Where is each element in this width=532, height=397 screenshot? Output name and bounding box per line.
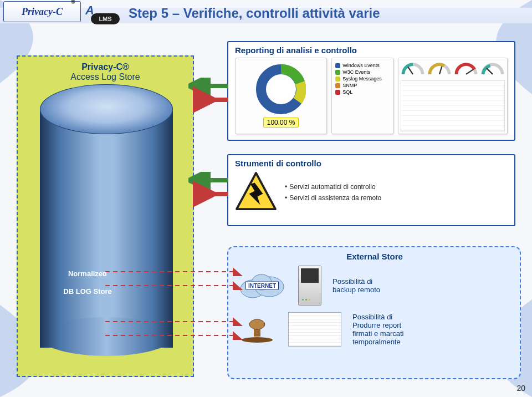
legend-item: SNMP — [342, 83, 357, 88]
gauge-table-panel — [398, 58, 508, 134]
warning-icon — [234, 170, 278, 215]
registered-mark: ® — [71, 0, 75, 5]
brand-logo: Privacy-C — [3, 1, 81, 22]
gauge-icon — [480, 60, 505, 77]
page-number: 20 — [516, 384, 525, 393]
partner-logo-lms: LMS — [91, 13, 120, 24]
svg-line-17 — [487, 68, 493, 74]
legend-item: Syslog Messages — [342, 76, 382, 82]
gauge-icon — [401, 60, 425, 77]
strumenti-title: Strumenti di controllo — [228, 155, 514, 170]
external-title: External Store — [228, 247, 520, 263]
gauge-icon — [427, 60, 452, 77]
svg-line-14 — [408, 67, 413, 74]
arrow-to-reporting — [188, 78, 233, 116]
connector-to-external — [105, 238, 249, 349]
report-document-icon — [288, 312, 341, 347]
legend-panel: Windows Events W3C Events Syslog Message… — [331, 58, 393, 134]
db-store-label: Privacy-C® Access Log Store — [18, 62, 193, 82]
backup-text: Possibilità di backup remoto — [332, 277, 380, 294]
reporting-title: Reporting di analisi e controllo — [228, 42, 514, 57]
donut-percent: 100.00 % — [263, 118, 299, 128]
internet-label: INTERNET — [245, 282, 279, 290]
svg-line-15 — [439, 67, 442, 74]
legend-item: SQL — [342, 89, 352, 95]
logo-block: Privacy-C ® A LMS — [3, 1, 125, 29]
arrow-to-strumenti — [188, 172, 233, 211]
strumenti-box: Strumenti di controllo Servizi automatic… — [227, 154, 515, 226]
donut-chart-icon — [256, 64, 306, 114]
strumenti-bullets: Servizi automatici di controllo Servizi … — [285, 180, 381, 205]
legend-item: W3C Events — [342, 69, 370, 75]
svg-marker-8 — [233, 267, 243, 276]
external-store-box: External Store INTERNET Possibilità di b… — [227, 246, 521, 379]
dashboard-preview: 100.00 % Windows Events W3C Events Syslo… — [235, 58, 508, 134]
gauge-icon — [454, 60, 478, 77]
reporting-box: Reporting di analisi e controllo 100.00 … — [227, 41, 515, 141]
svg-point-24 — [249, 319, 265, 329]
svg-marker-11 — [233, 331, 243, 340]
legend-item: Windows Events — [342, 63, 380, 68]
svg-point-13 — [271, 79, 291, 99]
svg-line-16 — [466, 69, 473, 74]
donut-panel: 100.00 % — [235, 58, 327, 134]
report-text: Possibilità di Produrre report firmati e… — [352, 313, 403, 346]
svg-marker-10 — [233, 317, 243, 326]
page-title: Step 5 – Verifiche, controlli attività v… — [129, 6, 380, 21]
server-icon — [298, 266, 321, 306]
bullet-item: Servizi di assistenza da remoto — [285, 194, 381, 202]
svg-marker-9 — [233, 281, 243, 290]
bullet-item: Servizi automatici di controllo — [285, 183, 381, 191]
mini-table — [401, 80, 505, 131]
